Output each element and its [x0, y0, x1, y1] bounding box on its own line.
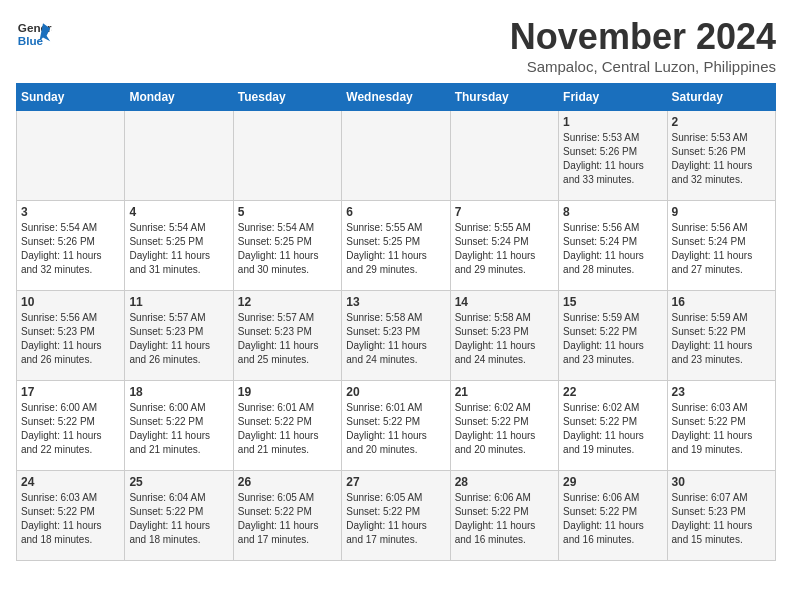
- day-info: Sunrise: 6:05 AM Sunset: 5:22 PM Dayligh…: [346, 491, 445, 547]
- day-info: Sunrise: 5:53 AM Sunset: 5:26 PM Dayligh…: [672, 131, 771, 187]
- day-info: Sunrise: 6:03 AM Sunset: 5:22 PM Dayligh…: [21, 491, 120, 547]
- location-subtitle: Sampaloc, Central Luzon, Philippines: [510, 58, 776, 75]
- day-number: 15: [563, 295, 662, 309]
- day-info: Sunrise: 5:54 AM Sunset: 5:26 PM Dayligh…: [21, 221, 120, 277]
- day-number: 29: [563, 475, 662, 489]
- calendar-cell: 7Sunrise: 5:55 AM Sunset: 5:24 PM Daylig…: [450, 201, 558, 291]
- calendar-cell: 3Sunrise: 5:54 AM Sunset: 5:26 PM Daylig…: [17, 201, 125, 291]
- day-number: 28: [455, 475, 554, 489]
- day-info: Sunrise: 5:55 AM Sunset: 5:24 PM Dayligh…: [455, 221, 554, 277]
- day-number: 16: [672, 295, 771, 309]
- day-info: Sunrise: 6:05 AM Sunset: 5:22 PM Dayligh…: [238, 491, 337, 547]
- calendar-cell: [450, 111, 558, 201]
- day-number: 24: [21, 475, 120, 489]
- day-info: Sunrise: 6:01 AM Sunset: 5:22 PM Dayligh…: [238, 401, 337, 457]
- day-number: 23: [672, 385, 771, 399]
- day-number: 14: [455, 295, 554, 309]
- day-number: 11: [129, 295, 228, 309]
- weekday-header-saturday: Saturday: [667, 84, 775, 111]
- day-info: Sunrise: 5:58 AM Sunset: 5:23 PM Dayligh…: [455, 311, 554, 367]
- day-info: Sunrise: 5:56 AM Sunset: 5:24 PM Dayligh…: [672, 221, 771, 277]
- calendar-cell: 27Sunrise: 6:05 AM Sunset: 5:22 PM Dayli…: [342, 471, 450, 561]
- day-number: 13: [346, 295, 445, 309]
- day-number: 17: [21, 385, 120, 399]
- day-number: 22: [563, 385, 662, 399]
- calendar-cell: 2Sunrise: 5:53 AM Sunset: 5:26 PM Daylig…: [667, 111, 775, 201]
- day-info: Sunrise: 5:56 AM Sunset: 5:24 PM Dayligh…: [563, 221, 662, 277]
- day-number: 6: [346, 205, 445, 219]
- calendar-cell: 9Sunrise: 5:56 AM Sunset: 5:24 PM Daylig…: [667, 201, 775, 291]
- week-row-1: 1Sunrise: 5:53 AM Sunset: 5:26 PM Daylig…: [17, 111, 776, 201]
- calendar-cell: 29Sunrise: 6:06 AM Sunset: 5:22 PM Dayli…: [559, 471, 667, 561]
- day-info: Sunrise: 6:02 AM Sunset: 5:22 PM Dayligh…: [563, 401, 662, 457]
- day-info: Sunrise: 6:02 AM Sunset: 5:22 PM Dayligh…: [455, 401, 554, 457]
- weekday-header-tuesday: Tuesday: [233, 84, 341, 111]
- day-info: Sunrise: 5:57 AM Sunset: 5:23 PM Dayligh…: [129, 311, 228, 367]
- calendar-cell: 19Sunrise: 6:01 AM Sunset: 5:22 PM Dayli…: [233, 381, 341, 471]
- day-number: 9: [672, 205, 771, 219]
- calendar-cell: 26Sunrise: 6:05 AM Sunset: 5:22 PM Dayli…: [233, 471, 341, 561]
- day-number: 20: [346, 385, 445, 399]
- header: General Blue November 2024 Sampaloc, Cen…: [16, 16, 776, 75]
- day-info: Sunrise: 5:56 AM Sunset: 5:23 PM Dayligh…: [21, 311, 120, 367]
- day-number: 10: [21, 295, 120, 309]
- calendar-cell: 8Sunrise: 5:56 AM Sunset: 5:24 PM Daylig…: [559, 201, 667, 291]
- day-number: 1: [563, 115, 662, 129]
- week-row-4: 17Sunrise: 6:00 AM Sunset: 5:22 PM Dayli…: [17, 381, 776, 471]
- day-number: 4: [129, 205, 228, 219]
- calendar-cell: 5Sunrise: 5:54 AM Sunset: 5:25 PM Daylig…: [233, 201, 341, 291]
- day-info: Sunrise: 5:54 AM Sunset: 5:25 PM Dayligh…: [129, 221, 228, 277]
- calendar-cell: 6Sunrise: 5:55 AM Sunset: 5:25 PM Daylig…: [342, 201, 450, 291]
- day-number: 7: [455, 205, 554, 219]
- calendar-cell: 1Sunrise: 5:53 AM Sunset: 5:26 PM Daylig…: [559, 111, 667, 201]
- day-number: 25: [129, 475, 228, 489]
- calendar-cell: 17Sunrise: 6:00 AM Sunset: 5:22 PM Dayli…: [17, 381, 125, 471]
- calendar-cell: 4Sunrise: 5:54 AM Sunset: 5:25 PM Daylig…: [125, 201, 233, 291]
- weekday-header-monday: Monday: [125, 84, 233, 111]
- day-info: Sunrise: 6:00 AM Sunset: 5:22 PM Dayligh…: [21, 401, 120, 457]
- calendar-cell: 16Sunrise: 5:59 AM Sunset: 5:22 PM Dayli…: [667, 291, 775, 381]
- weekday-header-row: SundayMondayTuesdayWednesdayThursdayFrid…: [17, 84, 776, 111]
- day-info: Sunrise: 5:57 AM Sunset: 5:23 PM Dayligh…: [238, 311, 337, 367]
- day-number: 19: [238, 385, 337, 399]
- day-info: Sunrise: 5:58 AM Sunset: 5:23 PM Dayligh…: [346, 311, 445, 367]
- calendar-cell: 13Sunrise: 5:58 AM Sunset: 5:23 PM Dayli…: [342, 291, 450, 381]
- calendar-body: 1Sunrise: 5:53 AM Sunset: 5:26 PM Daylig…: [17, 111, 776, 561]
- calendar-cell: 23Sunrise: 6:03 AM Sunset: 5:22 PM Dayli…: [667, 381, 775, 471]
- day-number: 30: [672, 475, 771, 489]
- day-info: Sunrise: 6:03 AM Sunset: 5:22 PM Dayligh…: [672, 401, 771, 457]
- week-row-2: 3Sunrise: 5:54 AM Sunset: 5:26 PM Daylig…: [17, 201, 776, 291]
- calendar-cell: 21Sunrise: 6:02 AM Sunset: 5:22 PM Dayli…: [450, 381, 558, 471]
- logo-icon: General Blue: [16, 16, 52, 52]
- calendar-table: SundayMondayTuesdayWednesdayThursdayFrid…: [16, 83, 776, 561]
- day-info: Sunrise: 5:59 AM Sunset: 5:22 PM Dayligh…: [672, 311, 771, 367]
- month-title: November 2024: [510, 16, 776, 58]
- day-number: 5: [238, 205, 337, 219]
- calendar-cell: [17, 111, 125, 201]
- day-number: 26: [238, 475, 337, 489]
- week-row-3: 10Sunrise: 5:56 AM Sunset: 5:23 PM Dayli…: [17, 291, 776, 381]
- day-number: 8: [563, 205, 662, 219]
- day-info: Sunrise: 6:00 AM Sunset: 5:22 PM Dayligh…: [129, 401, 228, 457]
- day-info: Sunrise: 6:01 AM Sunset: 5:22 PM Dayligh…: [346, 401, 445, 457]
- day-info: Sunrise: 5:55 AM Sunset: 5:25 PM Dayligh…: [346, 221, 445, 277]
- calendar-cell: 28Sunrise: 6:06 AM Sunset: 5:22 PM Dayli…: [450, 471, 558, 561]
- day-number: 3: [21, 205, 120, 219]
- calendar-cell: 24Sunrise: 6:03 AM Sunset: 5:22 PM Dayli…: [17, 471, 125, 561]
- calendar-cell: 20Sunrise: 6:01 AM Sunset: 5:22 PM Dayli…: [342, 381, 450, 471]
- day-info: Sunrise: 5:59 AM Sunset: 5:22 PM Dayligh…: [563, 311, 662, 367]
- week-row-5: 24Sunrise: 6:03 AM Sunset: 5:22 PM Dayli…: [17, 471, 776, 561]
- day-number: 21: [455, 385, 554, 399]
- calendar-cell: [233, 111, 341, 201]
- calendar-cell: 14Sunrise: 5:58 AM Sunset: 5:23 PM Dayli…: [450, 291, 558, 381]
- weekday-header-sunday: Sunday: [17, 84, 125, 111]
- calendar-cell: 15Sunrise: 5:59 AM Sunset: 5:22 PM Dayli…: [559, 291, 667, 381]
- calendar-cell: 12Sunrise: 5:57 AM Sunset: 5:23 PM Dayli…: [233, 291, 341, 381]
- calendar-cell: 11Sunrise: 5:57 AM Sunset: 5:23 PM Dayli…: [125, 291, 233, 381]
- day-number: 12: [238, 295, 337, 309]
- day-info: Sunrise: 6:06 AM Sunset: 5:22 PM Dayligh…: [563, 491, 662, 547]
- title-area: November 2024 Sampaloc, Central Luzon, P…: [510, 16, 776, 75]
- calendar-cell: 10Sunrise: 5:56 AM Sunset: 5:23 PM Dayli…: [17, 291, 125, 381]
- day-info: Sunrise: 6:06 AM Sunset: 5:22 PM Dayligh…: [455, 491, 554, 547]
- weekday-header-friday: Friday: [559, 84, 667, 111]
